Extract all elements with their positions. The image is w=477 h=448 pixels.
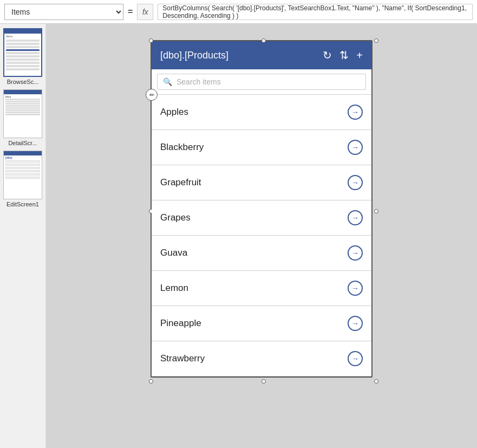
- browse-label: BrowseSc...: [7, 79, 39, 85]
- item-name-2: Grapefruit: [160, 177, 201, 188]
- list-item[interactable]: Strawberry →: [152, 341, 371, 376]
- header-icons: ↻ ⇅ +: [323, 49, 363, 62]
- search-icon: 🔍: [163, 77, 172, 86]
- item-name-6: Pineapple: [160, 318, 201, 329]
- arrow-icon-3[interactable]: →: [348, 210, 363, 225]
- list-item[interactable]: Pineapple →: [152, 306, 371, 341]
- list-item[interactable]: Grapefruit →: [152, 165, 371, 200]
- sidebar-item-edit[interactable]: [dbo] EditScreen1: [3, 151, 42, 207]
- arrow-icon-1[interactable]: →: [348, 140, 363, 155]
- item-name-5: Lemon: [160, 283, 188, 294]
- detail-preview: [dbo]: [3, 89, 42, 138]
- fx-button[interactable]: fx: [137, 4, 153, 20]
- arrow-icon-2[interactable]: →: [348, 175, 363, 190]
- toolbar: Items = fx SortByColumns( Search( '[dbo]…: [0, 0, 477, 24]
- sidebar-item-detail[interactable]: [dbo] DetailScr...: [3, 89, 42, 146]
- sort-icon[interactable]: ⇅: [339, 49, 349, 62]
- browse-preview: Items: [3, 28, 42, 77]
- formula-bar[interactable]: SortByColumns( Search( '[dbo].[Products]…: [158, 4, 473, 20]
- arrow-icon-6[interactable]: →: [348, 316, 363, 331]
- item-name-7: Strawberry: [160, 353, 205, 364]
- sidebar-item-browse[interactable]: Items BrowseSc...: [3, 28, 42, 85]
- arrow-icon-5[interactable]: →: [348, 281, 363, 296]
- list-item[interactable]: Apples →: [152, 95, 371, 130]
- add-icon[interactable]: +: [356, 49, 363, 62]
- sidebar: Items BrowseSc... [dbo]: [0, 24, 46, 448]
- items-select[interactable]: Items: [4, 4, 123, 20]
- search-placeholder: Search items: [177, 77, 221, 86]
- item-name-3: Grapes: [160, 212, 191, 223]
- list-item[interactable]: Blackberry →: [152, 130, 371, 165]
- edit-label: EditScreen1: [6, 201, 39, 207]
- list-item[interactable]: Lemon →: [152, 271, 371, 306]
- arrow-icon-4[interactable]: →: [348, 245, 363, 261]
- canvas-area: [dbo].[Products] ↻ ⇅ + 🔍 Search items ✏ …: [46, 24, 477, 448]
- app-title: [dbo].[Products]: [160, 50, 228, 61]
- equals-symbol: =: [128, 7, 133, 17]
- item-name-0: Apples: [160, 107, 188, 118]
- list-container: ✏ Apples → Blackberry → Grapefruit → Gra…: [152, 94, 371, 376]
- item-name-1: Blackberry: [160, 142, 204, 153]
- list-item[interactable]: Guava →: [152, 236, 371, 271]
- arrow-icon-7[interactable]: →: [348, 351, 363, 366]
- list-item[interactable]: Grapes →: [152, 200, 371, 236]
- detail-label: DetailScr...: [8, 140, 37, 146]
- edit-preview: [dbo]: [3, 151, 42, 199]
- phone-frame: [dbo].[Products] ↻ ⇅ + 🔍 Search items ✏ …: [151, 40, 373, 378]
- arrow-icon-0[interactable]: →: [348, 105, 363, 120]
- main-area: Items BrowseSc... [dbo]: [0, 24, 477, 448]
- search-bar[interactable]: 🔍 Search items: [157, 74, 366, 90]
- edit-pencil-icon[interactable]: ✏: [146, 89, 158, 101]
- app-header: [dbo].[Products] ↻ ⇅ +: [152, 41, 371, 69]
- item-name-4: Guava: [160, 248, 187, 258]
- refresh-icon[interactable]: ↻: [323, 49, 332, 62]
